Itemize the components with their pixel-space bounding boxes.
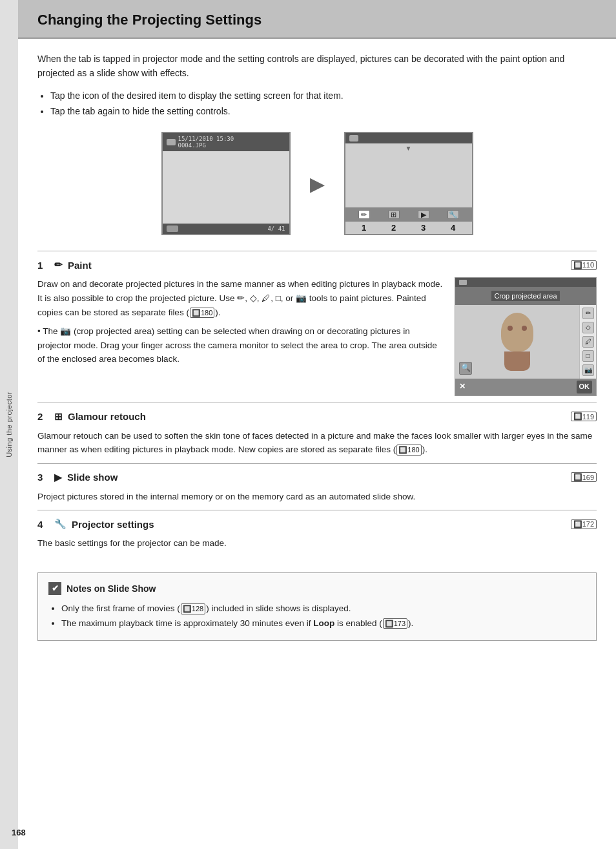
section-4-header: 4 🔧 Projector settings 🔲 172	[37, 516, 597, 532]
notes-section: ✔ Notes on Slide Show Only the first fra…	[37, 572, 597, 641]
section-2-body: Glamour retouch can be used to soften th…	[37, 425, 597, 459]
slideshow-icon: ▶	[54, 472, 62, 483]
notes-title: Notes on Slide Show	[67, 583, 156, 594]
section-3-body: Project pictures stored in the internal …	[37, 486, 597, 507]
section-3: 3 ▶ Slide show 🔲 169 Project pictures st…	[37, 463, 597, 510]
camera-screen-before: 15/11/2010 15:30 0004.JPG 4/ 41	[161, 132, 291, 235]
bullet-2: Tap the tab again to hide the setting co…	[50, 104, 597, 120]
projector-screen-after: ▼ ✏ ⊞ ▶ 🔧 1 2 3 4	[344, 132, 473, 235]
content-area: When the tab is tapped in projector mode…	[18, 39, 616, 654]
main-content: Changing the Projecting Settings When th…	[18, 0, 616, 849]
paint-icon: ✏	[54, 259, 63, 271]
section-2-ref-box: 🔲 119	[571, 412, 597, 421]
camera-screen-body	[163, 151, 289, 224]
arrow-right: ▶	[310, 173, 325, 195]
section-4-para: The basic settings for the projector can…	[37, 536, 597, 550]
crop-tool-crop[interactable]: 📷	[582, 364, 594, 376]
proj-top	[345, 133, 472, 143]
section-1-ref: 🔲 110	[571, 260, 597, 270]
zoom-in-icon[interactable]: 🔍	[459, 362, 472, 375]
number-labels: 1 2 3 4	[345, 222, 472, 234]
camera-screen-top: 15/11/2010 15:30 0004.JPG	[163, 133, 289, 151]
section-2: 2 ⊞ Glamour retouch 🔲 119 Glamour retouc…	[37, 403, 597, 463]
crop-ok-button[interactable]: OK	[577, 381, 593, 393]
crop-img-top	[455, 278, 596, 287]
section-3-title: Slide show	[67, 472, 118, 483]
section-4-title: Projector settings	[72, 519, 154, 530]
section-4-left: 4 🔧 Projector settings	[37, 518, 154, 530]
section-1: 1 ✏ Paint 🔲 110 Draw on and decorate pro…	[37, 251, 597, 402]
section-1-para-2: • The 📷 (crop projected area) setting ca…	[37, 324, 444, 366]
section-4-num: 4	[37, 519, 49, 530]
bullet-1: Tap the icon of the desired item to disp…	[50, 89, 597, 104]
section-2-header: 2 ⊞ Glamour retouch 🔲 119	[37, 408, 597, 425]
intro-paragraph: When the tab is tapped in projector mode…	[37, 52, 597, 81]
crop-img-footer: ✕ OK	[455, 379, 596, 395]
notes-header: ✔ Notes on Slide Show	[48, 582, 586, 595]
section-3-header: 3 ▶ Slide show 🔲 169	[37, 469, 597, 486]
page-header: Changing the Projecting Settings	[18, 0, 616, 39]
page-number: 168	[12, 828, 26, 837]
camera-filename: 0004.JPG	[178, 142, 234, 149]
sidebar: Using the projector	[0, 0, 18, 849]
crop-cancel-icon[interactable]: ✕	[459, 381, 466, 393]
camera-small-icon	[167, 139, 176, 145]
inline-ref-180b: 🔲 180	[396, 445, 421, 455]
crop-tool-pencil[interactable]: ✏	[582, 308, 594, 319]
crop-img-main: 🔍	[455, 305, 579, 379]
section-1-ref-box: 🔲 110	[571, 260, 597, 270]
notes-bullet-2: The maximum playback time is approximate…	[61, 616, 586, 631]
proj-num-3: 3	[421, 223, 426, 233]
body-figure	[504, 351, 530, 371]
section-1-title: Paint	[68, 260, 92, 271]
proj-body: ▼	[345, 143, 472, 207]
eye-right	[522, 326, 527, 331]
camera-screen-bottom: 4/ 41	[163, 224, 289, 234]
inline-ref-128: 🔲 128	[181, 603, 205, 614]
inline-ref-180a: 🔲 180	[190, 308, 214, 318]
crop-title-text: Crop projected area	[491, 291, 559, 301]
section-2-num: 2	[37, 411, 49, 422]
section-1-body: Draw on and decorate projected pictures …	[37, 273, 597, 398]
face-circle	[501, 313, 533, 351]
inline-ref-173: 🔲 173	[383, 618, 407, 629]
proj-bottom-bar: ✏ ⊞ ▶ 🔧	[345, 207, 472, 222]
glamour-icon: ⊞	[54, 411, 63, 423]
section-2-title: Glamour retouch	[68, 411, 146, 422]
notes-list: Only the first frame of movies (🔲 128) i…	[61, 602, 586, 631]
section-3-ref: 🔲 169	[571, 472, 597, 482]
camera-counter: 4/ 41	[267, 225, 285, 232]
section-1-text-col: Draw on and decorate projected pictures …	[37, 277, 444, 366]
proj-icon-2: ⊞	[388, 210, 400, 219]
crop-tool-stamp[interactable]: 🖊	[582, 336, 594, 348]
camera-btn	[167, 225, 178, 232]
loop-bold: Loop	[313, 618, 334, 628]
diagram-area: 15/11/2010 15:30 0004.JPG 4/ 41 ▶	[37, 132, 597, 235]
section-3-ref-box: 🔲 169	[571, 472, 597, 482]
section-1-body-with-image: Draw on and decorate projected pictures …	[37, 277, 597, 395]
proj-triangle-icon: ▼	[406, 145, 412, 152]
proj-cam-icon	[349, 135, 358, 142]
notes-bullet-1: Only the first frame of movies (🔲 128) i…	[61, 602, 586, 616]
crop-cam-icon	[459, 280, 467, 285]
notes-checkmark-icon: ✔	[48, 582, 61, 595]
proj-num-1: 1	[362, 223, 366, 233]
crop-tool-diamond[interactable]: ◇	[582, 322, 594, 333]
proj-icon-3: ▶	[418, 210, 429, 219]
intro-bullets: Tap the icon of the desired item to disp…	[50, 89, 597, 120]
proj-indicator: ▼	[345, 143, 472, 152]
section-2-para: Glamour retouch can be used to soften th…	[37, 429, 597, 457]
eye-left	[508, 326, 513, 331]
crop-img-body: 🔍 ✏ ◇ 🖊 □ 📷	[455, 305, 596, 379]
section-1-num: 1	[37, 260, 49, 271]
proj-icon-1: ✏	[358, 210, 370, 219]
section-3-para: Project pictures stored in the internal …	[37, 490, 597, 504]
section-3-num: 3	[37, 472, 49, 483]
section-1-para-1: Draw on and decorate projected pictures …	[37, 277, 444, 319]
proj-icon-4: 🔧	[447, 210, 459, 219]
section-4-ref-box: 🔲 172	[571, 519, 597, 529]
section-4-body: The basic settings for the projector can…	[37, 532, 597, 553]
proj-num-4: 4	[451, 223, 455, 233]
crop-tool-rect[interactable]: □	[582, 350, 594, 362]
crop-projected-area-image: Crop projected area	[455, 277, 597, 395]
